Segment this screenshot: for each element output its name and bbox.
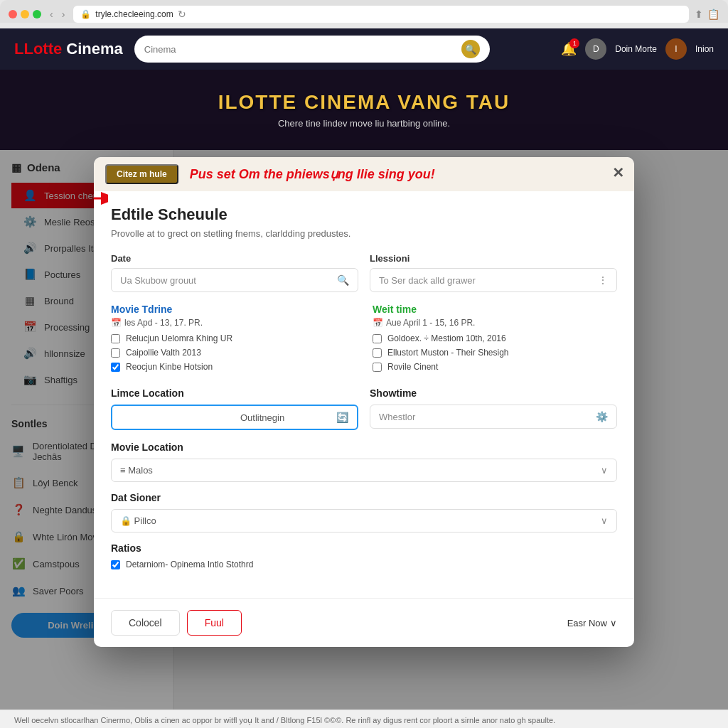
movie-location-label: Movie Location [111, 441, 617, 453]
site-footer: Well oecelvn stlocarlhan Cinermo, Oblis … [0, 710, 728, 728]
modal-badge-button[interactable]: Citez m hule [105, 164, 178, 184]
modal-top-bar: Citez m hule Pus set Om the phiewsụng ll… [94, 157, 634, 191]
content-area: ▦Odena ∧ 👤 Tession cheule ⚙️ Meslie Reos… [0, 150, 728, 710]
modal-title: Edtile Scheuule [111, 205, 617, 224]
next-button[interactable]: Easr Now ∨ [567, 618, 617, 628]
forward-button[interactable]: › [59, 7, 68, 21]
movie-section: Movie Tdrine 📅 les Apd - 13, 17. PR. Rel… [111, 304, 355, 376]
wait-checkbox-input-2[interactable] [373, 363, 382, 372]
wait-checkbox-2[interactable]: Rovile Cinent [373, 362, 617, 372]
movie-date: 📅 les Apd - 13, 17. PR. [111, 318, 355, 328]
share-button[interactable]: ⬆ [695, 9, 703, 20]
modal: Citez m hule Pus set Om the phiewsụng ll… [94, 157, 634, 647]
full-button[interactable]: Fuul [187, 610, 242, 636]
hero-title: ILOTTE CINEMA VANG TAU [218, 91, 510, 114]
modal-close-button[interactable]: ✕ [612, 164, 624, 181]
location-input[interactable]: Outlitnegin 🔄 [111, 405, 358, 430]
wait-checkbox-1[interactable]: Ellustort Muston - Their Shesigh [373, 348, 617, 358]
header-icons: 🔔 1 D Doin Morte I Inion [561, 38, 714, 60]
ratios-section: Ratios Detarniom- Opinema Intlo Stothrd [111, 542, 617, 569]
search-input[interactable] [144, 44, 456, 55]
search-button[interactable]: 🔍 [461, 40, 480, 58]
movie-title: Movie Tdrine [111, 304, 355, 315]
traffic-light-red[interactable] [9, 10, 17, 18]
movie-checkbox-input-0[interactable] [111, 334, 120, 343]
movie-location-chevron: ∨ [601, 465, 608, 476]
ratios-checkbox[interactable]: Detarniom- Opinema Intlo Stothrd [111, 560, 617, 569]
showtime-icon: ⚙️ [596, 411, 608, 422]
showtime-input[interactable]: Whestlor ⚙️ [370, 405, 617, 429]
dat-sioner-chevron: ∨ [601, 515, 608, 526]
showtime-group: Showtime Whestlor ⚙️ [370, 387, 617, 430]
date-group: Date Ua Skubow grouut 🔍 [111, 253, 358, 292]
modal-alert-text: Pus set Om the phiewsụng llie sing you! [190, 166, 435, 182]
location-value-text: Outlitnegin [240, 412, 336, 423]
movie-checkbox-0[interactable]: Relucjun Uelomra Khing UR [111, 333, 355, 343]
date-input[interactable]: Ua Skubow grouut 🔍 [111, 268, 358, 292]
movie-checkbox-1[interactable]: Caipollie Valth 2013 [111, 348, 355, 358]
modal-footer: Colocel Fuul Easr Now ∨ [94, 598, 634, 647]
wait-section: Weit time 📅 Aue April 1 - 15, 16 PR. Gol… [373, 304, 617, 376]
traffic-light-yellow[interactable] [21, 10, 29, 18]
movie-checkbox-input-2[interactable] [111, 363, 120, 372]
dat-sioner-label: Dat Sioner [111, 492, 617, 503]
wait-date: 📅 Aue April 1 - 15, 16 PR. [373, 318, 617, 328]
cancel-button[interactable]: Colocel [111, 610, 180, 636]
wait-title: Weit time [373, 304, 617, 315]
movie-wait-section: Movie Tdrine 📅 les Apd - 13, 17. PR. Rel… [111, 304, 617, 376]
notification-badge: 1 [569, 38, 579, 48]
username-2: Inion [695, 44, 714, 54]
address-bar[interactable]: 🔒 tryle.checleeing.com ↻ [73, 6, 689, 23]
session-input[interactable]: To Ser dack alld grawer ⋮ [370, 268, 617, 292]
wait-checkbox-input-1[interactable] [373, 348, 382, 358]
bookmark-button[interactable]: 📋 [707, 9, 719, 20]
dat-sioner-select[interactable]: 🔒 Pillco ∨ [111, 509, 617, 532]
session-label: Llessioni [370, 253, 617, 264]
wait-checkbox-0[interactable]: Goldoex. ÷ Mestiom 10th, 2016 [373, 333, 617, 343]
chevron-down-icon-next: ∨ [610, 618, 617, 628]
site-logo: LLotte Cinema [14, 40, 123, 58]
search-bar[interactable]: 🔍 [134, 36, 490, 63]
hero-banner: ILOTTE CINEMA VANG TAU Chere tine lindev… [0, 70, 728, 150]
wait-calendar-icon: 📅 [373, 318, 383, 328]
avatar-user2[interactable]: I [665, 38, 687, 60]
traffic-light-green[interactable] [33, 10, 41, 18]
movie-checkbox-2[interactable]: Reocjun Kinbe Hotsion [111, 362, 355, 372]
hero-subtitle: Chere tine lindev move liu hartbing onli… [278, 118, 450, 129]
modal-footer-buttons: Colocel Fuul [111, 610, 242, 636]
footer-text: Well oecelvn stlocarlhan Cinermo, Oblis … [14, 716, 714, 725]
back-button[interactable]: ‹ [47, 7, 56, 21]
modal-subtitle: Provolle at to grect on stetling fnems, … [111, 228, 617, 239]
location-icon: 🔄 [336, 412, 348, 423]
movie-location-select[interactable]: ≡ Malos ∨ [111, 459, 617, 482]
showtime-label: Showtime [370, 387, 617, 399]
date-session-row: Date Ua Skubow grouut 🔍 Llessioni To Ser… [111, 253, 617, 292]
reload-button[interactable]: ↻ [178, 9, 186, 20]
dat-sioner-section: Dat Sioner 🔒 Pillco ∨ [111, 492, 617, 532]
session-icon: ⋮ [598, 274, 608, 286]
modal-body: Edtile Scheuule Provolle at to grect on … [94, 191, 634, 598]
location-text-input[interactable] [121, 412, 240, 423]
site-header: LLotte Cinema 🔍 🔔 1 D Doin Morte I Inion [0, 28, 728, 70]
username-1: Doin Morte [615, 44, 657, 54]
modal-overlay: Citez m hule Pus set Om the phiewsụng ll… [0, 150, 728, 710]
session-group: Llessioni To Ser dack alld grawer ⋮ [370, 253, 617, 292]
date-label: Date [111, 253, 358, 264]
location-group: Limce Location Outlitnegin 🔄 [111, 387, 358, 430]
movie-location-section: Movie Location ≡ Malos ∨ [111, 441, 617, 482]
ratios-checkbox-input[interactable] [111, 560, 120, 569]
wait-checkbox-input-0[interactable] [373, 334, 382, 343]
notification-button[interactable]: 🔔 1 [561, 41, 577, 57]
calendar-icon: 📅 [111, 318, 122, 328]
lock-icon: 🔒 [80, 9, 91, 19]
date-icon: 🔍 [337, 274, 349, 286]
location-showtime-row: Limce Location Outlitnegin 🔄 Showtime Wh… [111, 387, 617, 430]
url-text: tryle.checleeing.com [95, 9, 173, 19]
movie-checkbox-input-1[interactable] [111, 348, 120, 358]
ratios-label: Ratios [111, 542, 617, 554]
location-label: Limce Location [111, 387, 358, 399]
avatar-user1[interactable]: D [585, 38, 606, 60]
